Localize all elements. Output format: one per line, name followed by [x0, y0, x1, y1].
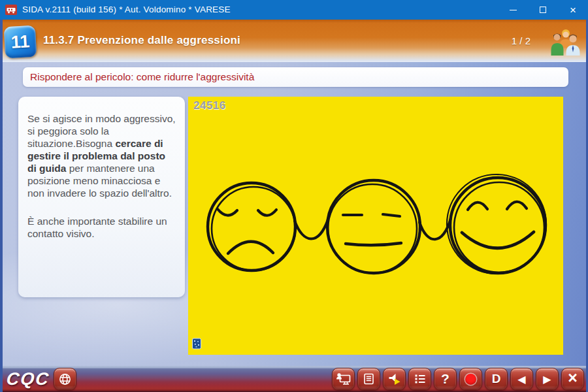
- lesson-header: 11 11.3.7 Prevenzione dalle aggressioni …: [0, 20, 588, 62]
- forward-button[interactable]: ▶: [536, 368, 559, 390]
- maximize-button[interactable]: [528, 0, 558, 20]
- app-icon: [5, 5, 17, 15]
- audio-button[interactable]: [383, 368, 406, 390]
- back-icon: ◀: [517, 374, 525, 385]
- exit-button[interactable]: ×: [561, 368, 584, 390]
- neutral-face: [327, 180, 420, 273]
- close-icon: ×: [570, 5, 576, 16]
- forward-icon: ▶: [543, 374, 551, 385]
- record-button[interactable]: [459, 368, 482, 390]
- window-controls: ×: [498, 0, 588, 20]
- thumbnail-icon[interactable]: [192, 338, 202, 350]
- bottom-toolbar: CQC: [0, 366, 588, 392]
- section-banner: Rispondere al pericolo: come ridurre l'a…: [23, 67, 568, 87]
- back-button[interactable]: ◀: [510, 368, 533, 390]
- speaker-icon: [387, 372, 402, 386]
- list-icon: [413, 372, 427, 385]
- people-group-icon: [549, 28, 583, 56]
- help-button[interactable]: ?: [434, 368, 457, 390]
- toolbar-buttons: ? D ◀ ▶ ×: [332, 368, 584, 390]
- exit-icon: ×: [568, 370, 578, 388]
- sad-face: [208, 183, 295, 270]
- minimize-icon: [510, 10, 517, 10]
- record-icon: [465, 374, 476, 385]
- cqc-logo: CQC: [5, 369, 50, 389]
- paragraph-1: Se si agisce in modo aggressivo, si pegg…: [27, 112, 176, 199]
- lesson-title: 11.3.7 Prevenzione dalle aggressioni: [43, 34, 240, 47]
- happy-face: [447, 174, 546, 274]
- notes-button[interactable]: [357, 368, 380, 390]
- index-button[interactable]: [408, 368, 431, 390]
- help-icon: ?: [441, 371, 449, 387]
- presentation-button[interactable]: [332, 368, 355, 390]
- chapter-badge: 11: [4, 25, 37, 58]
- window-left-border: [0, 20, 3, 392]
- close-button[interactable]: ×: [558, 0, 588, 20]
- globe-icon: [58, 372, 72, 386]
- dictionary-icon: D: [492, 372, 501, 386]
- minimize-button[interactable]: [498, 0, 528, 20]
- info-panel: Se si agisce in modo aggressivo, si pegg…: [18, 97, 185, 297]
- smiley-faces-drawing: [188, 97, 563, 355]
- sida-window: SIDA v.2111 (build 156) * Aut. Voldomino…: [0, 0, 588, 392]
- presentation-icon: [336, 372, 351, 386]
- lesson-illustration: 24516: [188, 97, 563, 355]
- lesson-content: Rispondere al pericolo: come ridurre l'a…: [0, 62, 588, 366]
- page-indicator: 1 / 2: [512, 35, 531, 46]
- maximize-icon: [540, 7, 546, 13]
- titlebar[interactable]: SIDA v.2111 (build 156) * Aut. Voldomino…: [0, 0, 588, 20]
- dictionary-button[interactable]: D: [485, 368, 508, 390]
- paragraph-2: È anche importante stabilire un contatto…: [27, 215, 176, 240]
- notes-icon: [362, 372, 376, 385]
- window-title: SIDA v.2111 (build 156) * Aut. Voldomino…: [22, 0, 231, 20]
- globe-button[interactable]: [54, 368, 76, 390]
